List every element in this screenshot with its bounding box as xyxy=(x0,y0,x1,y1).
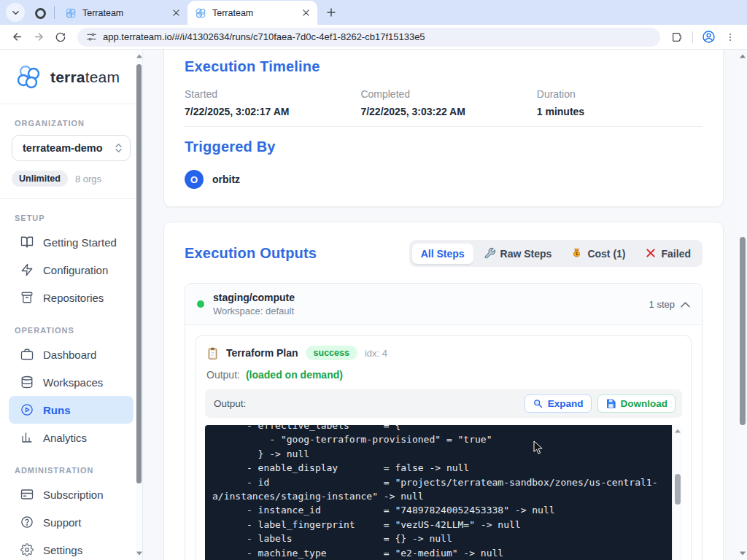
triggered-by-title: Triggered By xyxy=(185,139,703,155)
terraform-plan-step: Terraform Plan success idx: 4 Output: (l… xyxy=(196,335,692,560)
duration-label: Duration xyxy=(537,88,703,100)
tab-terrateam-1[interactable]: Terrateam xyxy=(58,1,187,25)
browser-menu-button[interactable] xyxy=(721,28,740,47)
administration-section-label: ADMINISTRATION xyxy=(0,451,142,481)
briefcase-icon xyxy=(20,348,34,361)
sidebar-item-getting-started[interactable]: Getting Started xyxy=(0,228,142,256)
terminal-line: - effective_labels = { xyxy=(212,425,672,432)
side-panel-button[interactable] xyxy=(667,28,686,47)
browser-window: Terrateam Terrateam app.terrateam.io/#/i… xyxy=(0,0,747,560)
output-loaded-row: Output: (loaded on demand) xyxy=(196,368,691,389)
execution-outputs-title: Execution Outputs xyxy=(185,245,317,262)
gear-icon xyxy=(20,543,34,556)
terrateam-logo[interactable]: terrateam xyxy=(0,50,142,104)
expand-label: Expand xyxy=(548,398,584,409)
browser-toolbar: app.terrateam.io/#/i/41302634/runs/c710f… xyxy=(0,25,747,50)
profile-icon xyxy=(702,30,716,44)
download-button[interactable]: Download xyxy=(597,394,676,413)
sidebar-item-label: Configuration xyxy=(43,264,108,276)
sidebar-scrollbar-thumb[interactable] xyxy=(136,64,142,483)
sidebar-item-settings[interactable]: Settings xyxy=(0,536,142,560)
sidebar-scrollbar[interactable] xyxy=(136,50,142,560)
tab-label: Raw Steps xyxy=(500,248,552,260)
scroll-down-arrow-icon[interactable] xyxy=(136,550,142,557)
tab-failed[interactable]: Failed xyxy=(636,243,700,264)
sidebar-item-workspaces[interactable]: Workspaces xyxy=(0,368,142,396)
plan-badge: Unlimited xyxy=(12,171,68,187)
sidebar-item-label: Runs xyxy=(43,404,71,416)
profile-button[interactable] xyxy=(699,28,718,47)
chevron-up-icon[interactable] xyxy=(681,301,690,308)
kebab-menu-icon xyxy=(725,32,735,42)
logo-terra: terra xyxy=(50,69,85,85)
divider xyxy=(185,126,703,127)
back-button[interactable] xyxy=(7,28,26,47)
forward-button[interactable] xyxy=(29,28,48,47)
sidebar-item-configuration[interactable]: Configuration xyxy=(0,256,142,284)
scroll-down-arrow-icon[interactable] xyxy=(738,550,747,557)
back-arrow-icon xyxy=(11,31,23,43)
plan-step-title: Terraform Plan xyxy=(226,347,298,359)
sidebar-item-subscription[interactable]: Subscription xyxy=(0,481,142,508)
tab-all-steps[interactable]: All Steps xyxy=(412,244,473,264)
tab-cost[interactable]: $ Cost (1) xyxy=(562,243,634,264)
sidebar-item-analytics[interactable]: Analytics xyxy=(0,424,142,451)
terrateam-favicon-icon xyxy=(195,7,206,19)
tab-label: All Steps xyxy=(421,248,465,260)
terminal-output[interactable]: - effective_labels = { - "goog-terraform… xyxy=(205,425,672,560)
terminal-line: a/instances/staging-instance" -> null xyxy=(212,489,672,503)
sidebar-item-label: Support xyxy=(43,516,82,529)
run-details-card: Execution Timeline Started 7/22/2025, 3:… xyxy=(163,50,724,207)
page-scrollbar[interactable] xyxy=(738,50,747,560)
terminal-scrollbar[interactable] xyxy=(672,425,682,560)
plan-header-row: Terraform Plan success idx: 4 xyxy=(196,336,691,368)
terminal-line: - labels = {} -> null xyxy=(212,532,672,545)
status-badge: success xyxy=(306,346,357,360)
execution-timeline-title: Execution Timeline xyxy=(185,58,703,75)
tab-label: Failed xyxy=(662,248,691,260)
org-count: 8 orgs xyxy=(75,174,101,184)
help-circle-icon xyxy=(20,516,34,529)
sidebar-item-runs[interactable]: Runs xyxy=(9,396,133,424)
scroll-up-arrow-icon[interactable] xyxy=(738,52,747,60)
archive-icon xyxy=(20,291,34,304)
new-tab-button[interactable] xyxy=(322,3,341,22)
extensions-icon xyxy=(671,31,683,43)
tab-search-button[interactable] xyxy=(6,3,25,22)
operations-section-label: OPERATIONS xyxy=(0,311,142,341)
triggered-username: orbitz xyxy=(212,174,240,185)
book-icon xyxy=(20,236,34,249)
step-count: 1 step xyxy=(649,299,675,310)
outputs-header: Execution Outputs All Steps Raw Steps $ xyxy=(185,240,703,267)
organization-select[interactable]: terrateam-demo xyxy=(12,135,131,161)
step-group-header[interactable]: staging/compute Workspace: default 1 ste… xyxy=(185,284,702,325)
sidebar-item-dashboard[interactable]: Dashboard xyxy=(0,341,142,368)
pinned-tab[interactable] xyxy=(29,2,51,24)
logo-wordmark: terrateam xyxy=(50,69,120,86)
scroll-up-arrow-icon[interactable] xyxy=(136,52,142,60)
setup-section-label: SETUP xyxy=(0,199,142,228)
tab-terrateam-2-active[interactable]: Terrateam xyxy=(187,1,317,25)
sidebar: terrateam ORGANIZATION terrateam-demo Un… xyxy=(0,50,143,560)
reload-button[interactable] xyxy=(51,28,70,47)
timeline-grid: Started 7/22/2025, 3:02:17 AM Completed … xyxy=(185,88,703,117)
tab-close-button[interactable] xyxy=(170,7,182,19)
site-settings-icon xyxy=(86,31,97,42)
output-bar-label: Output: xyxy=(214,398,246,409)
completed-label: Completed xyxy=(360,88,536,100)
sidebar-item-repositories[interactable]: Repositories xyxy=(0,284,142,311)
tab-close-button[interactable] xyxy=(300,7,311,19)
tab-raw-steps[interactable]: Raw Steps xyxy=(475,243,561,264)
terminal-scrollbar-thumb[interactable] xyxy=(675,474,681,505)
page-scrollbar-thumb[interactable] xyxy=(740,237,746,425)
expand-button[interactable]: Expand xyxy=(525,394,592,413)
scroll-up-arrow-icon[interactable] xyxy=(673,427,682,435)
loaded-on-demand-note: (loaded on demand) xyxy=(246,369,343,381)
sidebar-item-label: Repositories xyxy=(43,292,104,304)
avatar: O xyxy=(185,170,204,189)
money-bag-icon: $ xyxy=(570,247,583,260)
sidebar-item-support[interactable]: Support xyxy=(0,508,142,536)
address-bar[interactable]: app.terrateam.io/#/i/41302634/runs/c710f… xyxy=(77,28,660,47)
floppy-disk-icon xyxy=(605,398,616,409)
logo-team: team xyxy=(85,69,120,85)
